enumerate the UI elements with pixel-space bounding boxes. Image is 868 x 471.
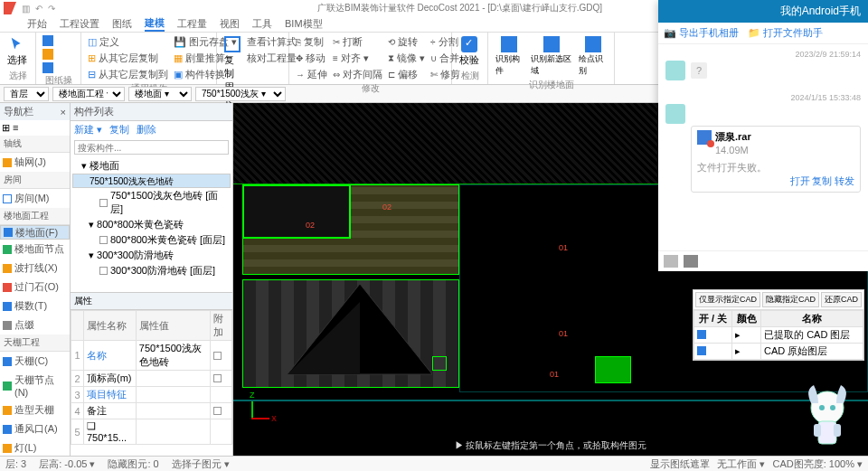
tree-leaf[interactable]: 300*300防滑地砖 [面层] (72, 263, 231, 278)
tab-tools[interactable]: 工具 (252, 17, 272, 31)
tree-leaf[interactable]: 800*800米黄色瓷砖 [面层] (72, 232, 231, 248)
sb-cad[interactable]: CAD图亮度: 100% ▾ (772, 457, 863, 471)
cad-row[interactable]: ▸已提取的 CAD 图层 (694, 327, 863, 344)
svg-rect-6 (814, 424, 821, 437)
tab-view[interactable]: 视图 (220, 17, 240, 31)
nav-panel: 导航栏× ⊞ ≡ 轴线 轴网(J) 房间 房间(M) 楼地面工程 楼地面(F) … (0, 103, 71, 456)
sb-disp[interactable]: 显示图纸遮罩 (650, 457, 710, 471)
checkbox-icon[interactable] (99, 267, 108, 275)
cad-row[interactable]: ▸CAD 原始图层 (694, 344, 863, 360)
nav-light[interactable]: 灯(L) (0, 438, 70, 456)
prop-row[interactable]: 5❏ 750*15... (71, 419, 232, 445)
tab-drawing[interactable]: 图纸 (112, 17, 132, 31)
copy-to-button[interactable]: ⊟从其它层复制到 (87, 67, 169, 82)
offset-button[interactable]: ⊏ 偏移 (387, 67, 426, 82)
rb-icon[interactable] (42, 48, 54, 61)
svg-point-3 (819, 405, 825, 410)
qat-icon[interactable]: ↶ (35, 4, 42, 14)
tab-start[interactable]: 开始 (27, 17, 47, 31)
extend-button[interactable]: → 延伸 (295, 67, 328, 82)
ident-elem-button[interactable]: 识别构件 (494, 34, 525, 79)
tree-item[interactable]: 750*1500浅灰色地砖 (72, 174, 231, 188)
rotate-button[interactable]: ⟲ 旋转 (387, 34, 426, 50)
prop-row[interactable]: 4备注 (71, 403, 232, 419)
prop-row[interactable]: 1名称750*1500浅灰色地砖 (71, 341, 232, 371)
checkbox-icon[interactable] (99, 236, 108, 244)
nav-module[interactable]: 模数(T) (0, 297, 70, 316)
file-open-button[interactable]: 打开 (790, 175, 810, 186)
archive-icon (697, 130, 712, 145)
define-button[interactable]: ◫定义 (87, 34, 169, 50)
cad-tab-hide[interactable]: 隐藏指定CAD (762, 292, 819, 307)
svg-marker-1 (288, 302, 360, 374)
move-button[interactable]: ✥ 移动 (295, 51, 328, 66)
rb-icon[interactable] (42, 34, 54, 47)
select-button[interactable]: 选择 (5, 34, 29, 69)
sub-select[interactable]: 楼地面 ▾ (128, 87, 192, 101)
sb-nowork[interactable]: 无工作面 ▾ (717, 457, 765, 471)
file-forward-button[interactable]: 转发 (835, 175, 854, 186)
tab-project[interactable]: 工程设置 (60, 17, 99, 31)
nav-vent[interactable]: 通风口(A) (0, 419, 70, 438)
rb-icon[interactable] (42, 61, 54, 74)
list-icon[interactable]: ≡ (13, 122, 18, 133)
nav-threshold[interactable]: 过门石(O) (0, 278, 70, 297)
member-search[interactable] (74, 140, 229, 155)
nav-room[interactable]: 房间(M) (0, 189, 70, 208)
sb-snap[interactable]: 选择子图元 ▾ (172, 457, 230, 471)
new-button[interactable]: 新建 ▾ (74, 123, 102, 137)
sb-alt[interactable]: 层高: -0.05 ▾ (39, 457, 95, 471)
grid-icon[interactable]: ⊞ (2, 122, 10, 133)
status-bar: 层: 3 层高: -0.05 ▾ 隐藏图元: 0 选择子图元 ▾ 显示图纸遮罩 … (0, 456, 868, 471)
qat-icon[interactable]: ▥ (22, 4, 30, 14)
prop-row[interactable]: 3项目特征 (71, 387, 232, 403)
gap-button[interactable]: ⇔ 对齐间隔 (332, 67, 383, 82)
nav-floor[interactable]: 楼地面(F) (0, 225, 70, 240)
tree-group[interactable]: ▾ 楼地面 (72, 158, 231, 174)
tree-item[interactable]: ▾ 800*800米黄色瓷砖 (72, 217, 231, 232)
file-card[interactable]: 漂泉.rar 14.09M 文件打开失败。 打开 复制 转发 (691, 126, 861, 193)
nav-floor-node[interactable]: 楼地面节点 (0, 240, 70, 259)
tab-bim[interactable]: BIM模型 (285, 17, 323, 31)
tab-qty[interactable]: 工程量 (177, 17, 207, 31)
ident-area-button[interactable]: 识别新选区域 (529, 34, 574, 79)
file-copy-button[interactable]: 复制 (812, 175, 832, 186)
mirror-button[interactable]: ⧗ 镜像 ▾ (387, 51, 426, 66)
export-album-button[interactable]: 📷 导出手机相册 (664, 26, 739, 40)
ident-point-button[interactable]: 绘点识别 (577, 34, 609, 79)
avatar (665, 61, 685, 80)
axis-gizmo: Z X (251, 401, 269, 419)
cat-select[interactable]: 楼地面工程 ▾ (52, 87, 125, 101)
nav-shape-ceiling[interactable]: 造型天棚 (0, 400, 70, 419)
spec-select[interactable]: 750*1500浅灰 ▾ (195, 87, 286, 101)
tab-model[interactable]: 建模 (145, 16, 165, 32)
check-button[interactable]: ✓校验 (458, 34, 481, 69)
cad-tab-restore[interactable]: 还原CAD (821, 292, 862, 307)
cad-tab-show[interactable]: 仅显示指定CAD (695, 292, 760, 307)
image-icon[interactable] (664, 255, 678, 268)
tree-leaf[interactable]: 750*1500浅灰色地砖 [面层] (72, 188, 231, 217)
align-button[interactable]: ≡ 对齐 ▾ (332, 51, 383, 66)
tree-item[interactable]: ▾ 300*300防滑地砖 (72, 248, 231, 263)
nav-ceiling-node[interactable]: 天棚节点(N) (0, 371, 70, 400)
copy-button[interactable]: 复制 (109, 123, 129, 137)
mascot-avatar[interactable] (796, 381, 859, 453)
close-icon[interactable]: × (61, 107, 66, 118)
qat-icon[interactable]: ↷ (48, 4, 55, 14)
folder-icon[interactable] (684, 255, 698, 268)
copy-from-button[interactable]: ⊞从其它层复制 (87, 51, 169, 66)
property-table: 属性名称属性值附加 1名称750*1500浅灰色地砖 2顶标高(m) 3项目特征… (71, 310, 232, 445)
delete-button[interactable]: 删除 (137, 123, 156, 137)
floor-select[interactable]: 首层 (4, 87, 49, 101)
nav-dot[interactable]: 点缀 (0, 316, 70, 334)
nav-axis[interactable]: 轴网(J) (0, 153, 70, 172)
prop-row[interactable]: 2顶标高(m) (71, 371, 232, 387)
copy-button[interactable]: ⎘ 复制 (295, 34, 328, 50)
checkbox-icon[interactable] (99, 199, 108, 207)
svg-rect-7 (834, 424, 841, 437)
break-button[interactable]: ✂ 打断 (332, 34, 383, 50)
nav-ceiling[interactable]: 天棚(C) (0, 352, 70, 371)
phone-panel: 我的Android手机 📷 导出手机相册 📁 打开文件助手 2023/2/9 2… (658, 0, 868, 271)
open-file-helper-button[interactable]: 📁 打开文件助手 (748, 26, 823, 40)
nav-wave[interactable]: 波打线(X) (0, 259, 70, 278)
